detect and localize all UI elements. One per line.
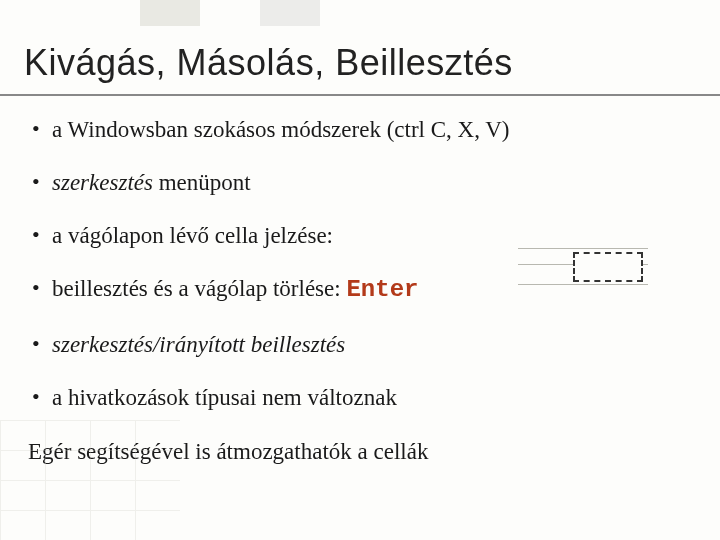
bullet-item: beillesztés és a vágólap törlése: Enter <box>28 273 692 306</box>
bullet-text: a Windowsban szokásos módszerek (ctrl C,… <box>52 117 510 142</box>
slide-title: Kivágás, Másolás, Beillesztés <box>0 0 720 96</box>
bullet-item: a vágólapon lévő cella jelzése: <box>28 220 692 251</box>
bullet-text: beillesztés és a vágólap törlése: <box>52 276 346 301</box>
bullet-text-italic: szerkesztés/irányított beillesztés <box>52 332 345 357</box>
slide: Kivágás, Másolás, Beillesztés a Windowsb… <box>0 0 720 540</box>
bottom-paragraph: Egér segítségével is átmozgathatók a cel… <box>0 435 720 465</box>
bullet-item: a Windowsban szokásos módszerek (ctrl C,… <box>28 114 692 145</box>
bullet-text: a vágólapon lévő cella jelzése: <box>52 223 333 248</box>
key-label: Enter <box>346 276 418 303</box>
bullet-text: a hivatkozások típusai nem változnak <box>52 385 397 410</box>
bullet-list: a Windowsban szokásos módszerek (ctrl C,… <box>28 114 692 413</box>
bullet-item: szerkesztés menüpont <box>28 167 692 198</box>
bottom-text: Egér segítségével is átmozgathatók a cel… <box>28 439 428 464</box>
bullet-text-italic: szerkesztés <box>52 170 153 195</box>
bullet-item: a hivatkozások típusai nem változnak <box>28 382 692 413</box>
bullet-text: menüpont <box>153 170 251 195</box>
bullet-item: szerkesztés/irányított beillesztés <box>28 329 692 360</box>
slide-body: a Windowsban szokásos módszerek (ctrl C,… <box>0 96 720 413</box>
